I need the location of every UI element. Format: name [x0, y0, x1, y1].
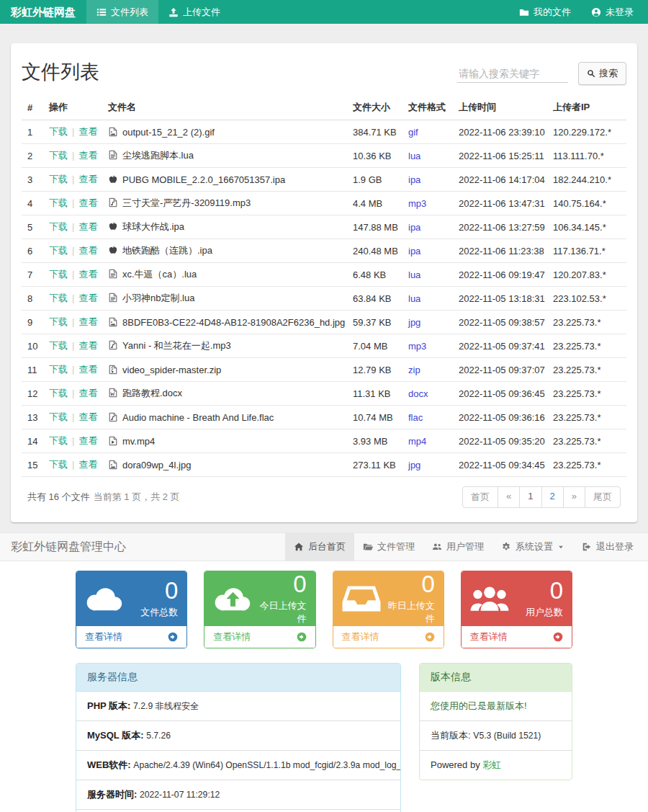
view-link[interactable]: 查看	[78, 459, 97, 470]
view-link[interactable]: 查看	[78, 221, 97, 232]
download-link[interactable]: 下载	[49, 126, 68, 137]
file-format-link[interactable]: mp3	[408, 341, 426, 352]
admin-nav: 后台首页文件管理用户管理系统设置退出登录	[285, 533, 642, 561]
page-button-»[interactable]: »	[563, 486, 585, 508]
view-link[interactable]: 查看	[78, 364, 97, 375]
view-link[interactable]: 查看	[78, 150, 97, 161]
caret-down-icon	[557, 543, 564, 550]
download-link[interactable]: 下载	[49, 411, 68, 422]
admin-item-user-manage[interactable]: 用户管理	[423, 533, 492, 561]
download-link[interactable]: 下载	[49, 150, 68, 161]
view-details-link[interactable]: 查看详情	[333, 626, 444, 648]
search-input[interactable]	[457, 65, 568, 83]
file-script-icon	[108, 150, 118, 160]
download-link[interactable]: 下载	[49, 388, 68, 398]
table-row: 15下载|查看dora09wp_4l.jpg273.11 KBjpg2022-1…	[22, 453, 626, 477]
latest-version-text: 您使用的已是最新版本!	[420, 692, 572, 721]
download-link[interactable]: 下载	[49, 245, 68, 256]
row-index: 12	[22, 382, 43, 406]
view-details-link[interactable]: 查看详情	[204, 626, 315, 648]
brand[interactable]: 彩虹外链网盘	[0, 0, 86, 24]
table-row: 4下载|查看三寸天堂-严艺丹-3209119.mp34.4 MBmp32022-…	[22, 192, 626, 215]
view-link[interactable]: 查看	[78, 174, 97, 184]
view-link[interactable]: 查看	[78, 316, 97, 327]
download-link[interactable]: 下载	[49, 221, 68, 232]
view-link[interactable]: 查看	[78, 293, 97, 303]
upload-time: 2022-11-05 13:18:31	[453, 287, 547, 311]
list-icon	[96, 7, 107, 17]
user-circle-icon	[591, 7, 601, 17]
file-format-link[interactable]: lua	[408, 293, 420, 304]
admin-item-admin-home[interactable]: 后台首页	[285, 533, 354, 561]
file-name: 8BDFE0B3-CE22-4D48-AB12-81908A2F6236_hd.…	[122, 317, 345, 328]
file-format-link[interactable]: lua	[408, 269, 420, 280]
nav-item-file-list[interactable]: 文件列表	[86, 0, 158, 24]
file-script-icon	[108, 293, 118, 303]
view-link[interactable]: 查看	[78, 245, 97, 256]
file-format-link[interactable]: jpg	[408, 460, 420, 470]
upload-time: 2022-11-06 11:23:38	[453, 239, 547, 263]
file-name: mv.mp4	[122, 436, 155, 447]
view-link[interactable]: 查看	[78, 388, 97, 398]
download-link[interactable]: 下载	[49, 174, 68, 184]
folder-open-icon	[363, 542, 373, 552]
uploader-ip: 23.225.73.*	[547, 406, 626, 429]
uploader-ip: 182.244.210.*	[547, 168, 626, 192]
download-link[interactable]: 下载	[49, 340, 68, 351]
view-link[interactable]: 查看	[78, 269, 97, 280]
nav-item-not-logged-in[interactable]: 未登录	[581, 0, 644, 24]
view-link[interactable]: 查看	[78, 197, 97, 208]
download-link[interactable]: 下载	[49, 435, 68, 446]
file-format-link[interactable]: mp3	[408, 198, 426, 209]
row-index: 13	[22, 406, 43, 429]
view-link[interactable]: 查看	[78, 435, 97, 446]
view-details-link[interactable]: 查看详情	[462, 626, 572, 648]
download-link[interactable]: 下载	[49, 293, 68, 303]
page-button-首页[interactable]: 首页	[462, 486, 498, 508]
file-name-cell: mv.mp4	[102, 429, 347, 453]
file-format-link[interactable]: ipa	[408, 246, 420, 256]
row-index: 6	[22, 239, 43, 263]
file-size: 384.71 KB	[347, 120, 402, 144]
file-format-link[interactable]: zip	[408, 365, 420, 375]
powered-by-link[interactable]: 彩虹	[482, 759, 501, 770]
page-button-«[interactable]: «	[498, 486, 520, 508]
admin-item-file-manage[interactable]: 文件管理	[354, 533, 423, 561]
uploader-ip: 23.225.73.*	[547, 311, 626, 334]
file-format-link[interactable]: lua	[408, 151, 420, 161]
page-button-2[interactable]: 2	[541, 486, 564, 508]
total-files-text: 共有 16 个文件	[27, 491, 90, 502]
file-format-link[interactable]: flac	[408, 412, 423, 423]
admin-item-system-settings[interactable]: 系统设置	[492, 533, 573, 561]
download-link[interactable]: 下载	[49, 197, 68, 208]
file-format-link[interactable]: ipa	[408, 174, 420, 185]
stat-value: 0	[252, 572, 306, 596]
row-index: 10	[22, 334, 43, 358]
download-link[interactable]: 下载	[49, 269, 68, 280]
page-button-尾页[interactable]: 尾页	[585, 486, 621, 508]
file-format-link[interactable]: docx	[408, 388, 428, 399]
download-link[interactable]: 下载	[49, 459, 68, 470]
download-link[interactable]: 下载	[49, 364, 68, 375]
view-link[interactable]: 查看	[78, 411, 97, 422]
page-button-1[interactable]: 1	[519, 486, 541, 508]
view-details-link[interactable]: 查看详情	[76, 626, 186, 648]
nav-item-my-files[interactable]: 我的文件	[509, 0, 581, 24]
view-link[interactable]: 查看	[78, 126, 97, 137]
view-link[interactable]: 查看	[78, 340, 97, 351]
upload-time: 2022-11-06 13:27:59	[453, 215, 547, 239]
upload-time: 2022-11-06 14:17:04	[453, 168, 547, 192]
file-table-body: 1下载|查看output-15_21_2 (2).gif384.71 KBgif…	[22, 120, 626, 477]
file-format-link[interactable]: ipa	[408, 222, 420, 233]
admin-item-logout[interactable]: 退出登录	[573, 533, 642, 561]
file-name-cell: Yanni - 和兰花在一起.mp3	[102, 334, 347, 358]
file-format-link[interactable]: mp4	[408, 436, 426, 447]
file-format-link[interactable]: gif	[408, 127, 418, 138]
file-format-link[interactable]: jpg	[408, 317, 420, 328]
upload-time: 2022-11-06 23:39:10	[453, 120, 547, 144]
download-link[interactable]: 下载	[49, 316, 68, 327]
search-button[interactable]: 搜索	[578, 62, 626, 85]
home-icon	[294, 542, 304, 552]
stat-label: 用户总数	[526, 606, 563, 619]
nav-item-upload[interactable]: 上传文件	[158, 0, 230, 24]
